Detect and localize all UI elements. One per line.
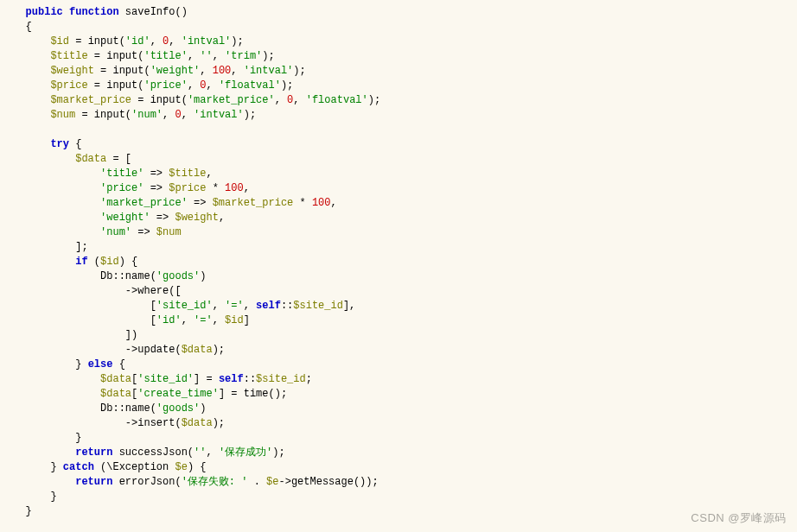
kw-self: self — [256, 300, 281, 312]
str: 'id' — [156, 314, 182, 326]
str: 'weight' — [100, 212, 150, 224]
str: '=' — [194, 314, 213, 326]
str: '' — [200, 50, 212, 62]
kw-function: function — [69, 6, 119, 18]
var-title: $title — [50, 50, 87, 62]
fn-name: saveInfo — [125, 6, 175, 18]
num: 100 — [225, 182, 244, 194]
var: $data — [182, 344, 213, 356]
str: 'title' — [100, 168, 143, 180]
op-concat: . — [254, 476, 260, 488]
var: $price — [169, 182, 206, 194]
str: 'goods' — [156, 402, 200, 415]
method: where — [137, 285, 169, 297]
var: $site_id — [293, 300, 343, 312]
var-price: $price — [50, 79, 87, 92]
var: $data — [182, 417, 213, 429]
str: '=' — [225, 300, 244, 312]
var: $weight — [175, 212, 218, 224]
kw-return: return — [75, 446, 112, 459]
var: $e — [175, 461, 187, 473]
var: $market_price — [213, 197, 294, 209]
kw-public: public — [26, 6, 63, 18]
str: '' — [194, 446, 206, 459]
kw-else: else — [88, 358, 113, 370]
var: $id — [225, 314, 244, 326]
class-db: Db — [100, 402, 112, 415]
kw-self: self — [219, 373, 244, 385]
num: 100 — [213, 65, 232, 77]
str: 'num' — [100, 226, 131, 238]
var-id: $id — [50, 35, 69, 48]
kw-try: try — [50, 138, 69, 150]
str: 'trim' — [225, 50, 262, 62]
str: '保存成功' — [219, 446, 272, 459]
var: $data — [100, 373, 131, 385]
code-block: public function saveInfo() { $id = input… — [7, 5, 790, 519]
str: 'price' — [100, 182, 143, 194]
str: 'create_time' — [137, 388, 219, 400]
var: $e — [266, 476, 278, 488]
str: 'intval' — [194, 109, 244, 121]
str: 'floatval' — [219, 79, 281, 92]
str: 'title' — [143, 50, 187, 62]
str: 'floatval' — [306, 94, 368, 106]
str: 'intval' — [182, 35, 232, 48]
method: name — [125, 270, 150, 282]
str: 'price' — [143, 79, 187, 92]
method: insert — [137, 417, 175, 429]
str: 'site_id' — [137, 373, 194, 385]
str: 'intval' — [244, 65, 294, 77]
var-num: $num — [50, 109, 75, 121]
str: 'weight' — [150, 65, 201, 77]
method: getMessage — [291, 476, 354, 488]
str: 'market_price' — [188, 94, 275, 106]
class-exception: Exception — [112, 461, 169, 473]
str: 'site_id' — [156, 300, 213, 312]
fn: time — [244, 388, 269, 400]
var: $data — [100, 388, 131, 400]
str: '保存失败: ' — [182, 476, 248, 488]
method: name — [125, 402, 150, 415]
num: 0 — [200, 79, 206, 92]
var-weight: $weight — [50, 65, 93, 77]
method: update — [137, 344, 175, 356]
str: 'market_price' — [100, 197, 188, 209]
watermark: CSDN @罗峰源码 — [691, 510, 787, 525]
class-db: Db — [100, 270, 112, 282]
str: 'id' — [125, 35, 150, 48]
num: 100 — [312, 197, 331, 209]
var: $title — [169, 168, 206, 180]
var: $site_id — [256, 373, 306, 385]
var: $num — [156, 226, 182, 238]
fn: successJson — [119, 446, 188, 459]
str: 'goods' — [156, 270, 200, 282]
kw-if: if — [75, 256, 87, 268]
var: $id — [100, 256, 119, 268]
var-market-price: $market_price — [50, 94, 131, 106]
var-data: $data — [75, 153, 106, 165]
kw-catch: catch — [63, 461, 94, 473]
num: 0 — [175, 109, 181, 121]
fn: errorJson — [119, 476, 175, 488]
kw-return: return — [75, 476, 112, 488]
str: 'num' — [131, 109, 163, 121]
